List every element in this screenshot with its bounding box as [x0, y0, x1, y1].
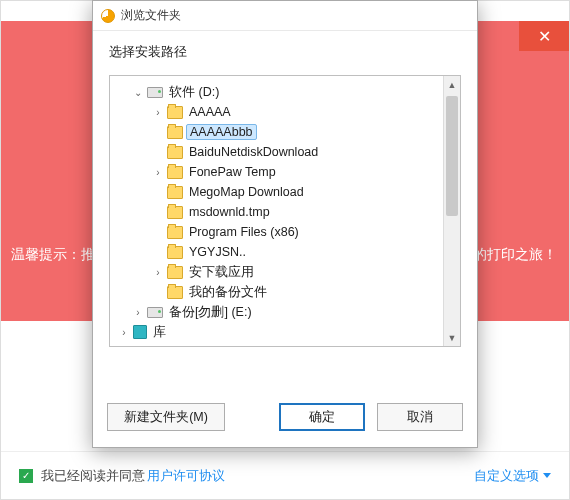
check-icon: ✓ — [22, 470, 30, 481]
folder-icon — [167, 126, 183, 139]
tree-node-folder[interactable]: BaiduNetdiskDownload — [118, 142, 458, 162]
folder-icon — [167, 186, 183, 199]
tree-label: msdownld.tmp — [186, 204, 273, 220]
new-folder-button[interactable]: 新建文件夹(M) — [107, 403, 225, 431]
tree-label: YGYJSN.. — [186, 244, 249, 260]
tree-label: BaiduNetdiskDownload — [186, 144, 321, 160]
tree-label: Program Files (x86) — [186, 224, 302, 240]
tree-label: 库 — [150, 323, 169, 342]
browse-folder-dialog: 浏览文件夹 选择安装路径 ⌄软件 (D:) ›AAAAA AAAAAbbb Ba… — [92, 0, 478, 448]
scroll-up-button[interactable]: ▲ — [444, 76, 460, 93]
folder-icon — [167, 206, 183, 219]
button-label: 取消 — [407, 409, 433, 426]
button-label: 确定 — [309, 409, 335, 426]
folder-icon — [167, 146, 183, 159]
expand-icon[interactable]: › — [152, 107, 164, 118]
expand-icon[interactable]: › — [132, 307, 144, 318]
tree-label: AAAAA — [186, 104, 234, 120]
folder-icon — [167, 106, 183, 119]
tree-node-folder[interactable]: 我的备份文件 — [118, 282, 458, 302]
folder-tree-container: ⌄软件 (D:) ›AAAAA AAAAAbbb BaiduNetdiskDow… — [109, 75, 461, 347]
cancel-button[interactable]: 取消 — [377, 403, 463, 431]
folder-tree[interactable]: ⌄软件 (D:) ›AAAAA AAAAAbbb BaiduNetdiskDow… — [110, 76, 460, 346]
tree-label: 我的备份文件 — [186, 283, 270, 302]
dialog-title-text: 浏览文件夹 — [121, 7, 181, 24]
expand-icon[interactable]: › — [152, 167, 164, 178]
tree-node-drive-e[interactable]: ›备份[勿删] (E:) — [118, 302, 458, 322]
dialog-instruction: 选择安装路径 — [93, 31, 477, 69]
custom-options-label: 自定义选项 — [474, 467, 539, 485]
expand-icon[interactable]: › — [152, 267, 164, 278]
drive-icon — [147, 307, 163, 318]
expand-icon[interactable]: › — [118, 327, 130, 338]
folder-icon — [167, 286, 183, 299]
button-label: 新建文件夹(M) — [124, 409, 208, 426]
dialog-titlebar: 浏览文件夹 — [93, 1, 477, 31]
license-link[interactable]: 用户许可协议 — [147, 467, 225, 485]
tree-label-selected: AAAAAbbb — [186, 124, 257, 140]
bottom-bar: ✓ 我已经阅读并同意 用户许可协议 自定义选项 — [1, 451, 569, 499]
folder-icon — [167, 226, 183, 239]
scroll-thumb[interactable] — [446, 96, 458, 216]
drive-icon — [147, 87, 163, 98]
tree-node-folder-selected[interactable]: AAAAAbbb — [118, 122, 458, 142]
triangle-up-icon: ▲ — [448, 80, 457, 90]
agree-checkbox[interactable]: ✓ — [19, 469, 33, 483]
custom-options-link[interactable]: 自定义选项 — [474, 467, 551, 485]
tree-node-library[interactable]: ›库 — [118, 322, 458, 342]
hint-text-left: 温馨提示：推 — [11, 246, 95, 264]
folder-icon — [167, 266, 183, 279]
tree-label: MegoMap Download — [186, 184, 307, 200]
installer-close-button[interactable]: ✕ — [519, 21, 569, 51]
chevron-down-icon — [543, 473, 551, 478]
dialog-button-row: 新建文件夹(M) 确定 取消 — [93, 389, 477, 447]
folder-icon — [167, 166, 183, 179]
ok-button[interactable]: 确定 — [279, 403, 365, 431]
tree-node-folder[interactable]: MegoMap Download — [118, 182, 458, 202]
tree-label: FonePaw Temp — [186, 164, 279, 180]
tree-node-folder[interactable]: ›FonePaw Temp — [118, 162, 458, 182]
tree-label: 安下载应用 — [186, 263, 257, 282]
tree-node-folder[interactable]: Program Files (x86) — [118, 222, 458, 242]
triangle-down-icon: ▼ — [448, 333, 457, 343]
library-icon — [133, 325, 147, 339]
dialog-app-icon — [101, 9, 115, 23]
hint-text-right: 的打印之旅！ — [473, 246, 557, 264]
folder-icon — [167, 246, 183, 259]
tree-node-drive-d[interactable]: ⌄软件 (D:) — [118, 82, 458, 102]
scroll-down-button[interactable]: ▼ — [444, 329, 460, 346]
tree-node-folder[interactable]: ›AAAAA — [118, 102, 458, 122]
tree-node-folder[interactable]: msdownld.tmp — [118, 202, 458, 222]
tree-node-folder[interactable]: YGYJSN.. — [118, 242, 458, 262]
agree-text: 我已经阅读并同意 — [41, 467, 145, 485]
tree-label: 软件 (D:) — [166, 83, 222, 102]
tree-label: 备份[勿删] (E:) — [166, 303, 255, 322]
scrollbar[interactable]: ▲ ▼ — [443, 76, 460, 346]
close-icon: ✕ — [538, 27, 551, 46]
collapse-icon[interactable]: ⌄ — [132, 87, 144, 98]
tree-node-folder[interactable]: ›安下载应用 — [118, 262, 458, 282]
